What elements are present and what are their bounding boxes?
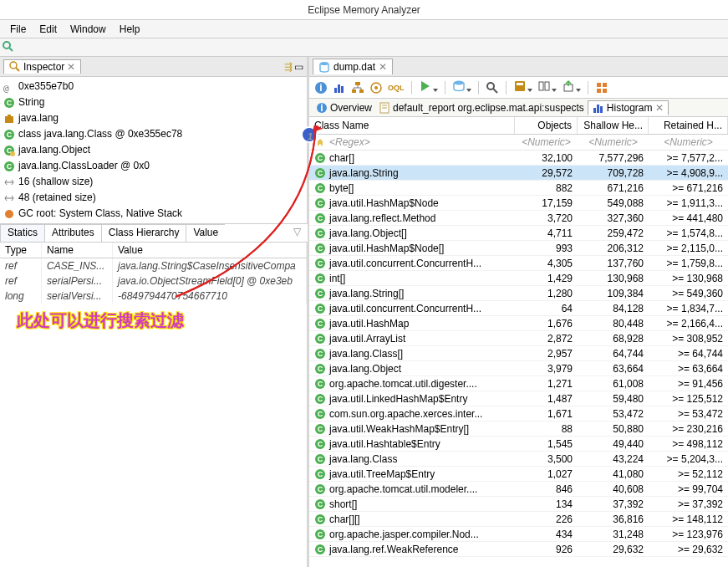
histogram-row[interactable]: Ccom.sun.org.apache.xerces.inter...1,671… [309,406,728,421]
inspector-row[interactable]: 48 (retained size) [3,190,303,206]
col-shallow[interactable]: Shallow He... [578,117,649,134]
histogram-row[interactable]: Cbyte[]882671,216>= 671,216 [309,181,728,196]
histogram-row[interactable]: Cint[]1,429130,968>= 130,968 [309,271,728,286]
inspector-row[interactable]: Cjava.lang.ClassLoader @ 0x0 [3,158,303,174]
run-icon[interactable] [419,79,438,95]
close-icon[interactable]: ✕ [379,61,387,73]
filter-regex[interactable]: <Regex> [329,136,370,148]
shallow-cell: 84,128 [578,301,649,315]
histogram-row[interactable]: Cjava.util.HashMap1,67680,448>= 2,166,4.… [309,316,728,331]
inspector-row[interactable]: @0xe355e7b0 [3,79,303,94]
filter-row[interactable]: 1 <Regex> <Numeric> <Numeric> <Numeric> [309,135,728,151]
objects-cell: 134 [515,497,578,511]
inspector-tab[interactable]: Inspector ✕ [3,59,81,74]
menu-help[interactable]: Help [113,23,147,35]
histogram-row[interactable]: Corg.apache.jasper.compiler.Nod...43431,… [309,527,728,542]
tab-value[interactable]: Value [186,224,226,242]
inspector-row[interactable]: GC root: System Class, Native Stack [3,206,303,222]
filter-retained[interactable]: <Numeric> [649,135,728,150]
histogram-row[interactable]: Cchar[]32,1007,577,296>= 7,577,2... [309,151,728,166]
threads-icon[interactable] [369,81,383,94]
shallow-cell: 50,880 [578,421,649,436]
filter-shallow[interactable]: <Numeric> [578,135,649,150]
svg-text:C: C [318,335,323,343]
histogram-row[interactable]: Cjava.lang.String[]1,280109,384>= 549,36… [309,286,728,301]
histogram-row[interactable]: Corg.apache.tomcat.util.digester....1,27… [309,376,728,391]
col-objects[interactable]: Objects [515,117,578,134]
svg-text:C: C [318,470,323,478]
property-row[interactable]: refCASE_INS...java.lang.String$CaseInsen… [0,258,307,273]
inspector-row[interactable]: CString [3,94,303,110]
overview-label: Overview [330,102,372,114]
col-type[interactable]: Type [0,243,42,258]
query-icon[interactable] [452,79,471,95]
inspector-row[interactable]: Cjava.lang.Object [3,142,303,158]
retained-cell: >= 125,512 [649,391,728,406]
oql-icon[interactable]: OQL [388,84,405,92]
col-value[interactable]: Value [113,243,307,258]
histogram-row[interactable]: Cjava.util.concurrent.ConcurrentH...4,30… [309,256,728,271]
crumb-histogram[interactable]: Histogram ✕ [588,100,669,115]
close-icon[interactable]: ✕ [67,61,75,73]
histogram-icon [593,102,604,114]
histogram-row[interactable]: Cchar[][]22636,816>= 148,112 [309,512,728,527]
histogram-row[interactable]: Cjava.lang.Object3,97963,664>= 63,664 [309,361,728,376]
tree-icon[interactable] [351,81,364,94]
info-icon[interactable]: i [314,81,328,94]
objects-cell: 3,500 [515,452,578,466]
filter-objects[interactable]: <Numeric> [515,135,578,150]
class-name-cell: java.util.ArrayList [329,333,405,345]
histogram-row[interactable]: Cshort[]13437,392>= 37,392 [309,497,728,512]
histogram-row[interactable]: Cjava.lang.Object[]4,711259,472>= 1,574,… [309,226,728,241]
find-icon[interactable] [486,81,499,94]
histogram-row[interactable]: Cjava.lang.Class3,50043,224>= 5,204,3... [309,452,728,467]
menu-edit[interactable]: Edit [33,23,64,35]
editor-tab[interactable]: dump.dat ✕ [313,59,393,74]
property-row[interactable]: refserialPersi...java.io.ObjectStreamFie… [0,273,307,289]
tab-attributes[interactable]: Attributes [44,224,102,242]
col-class-name[interactable]: Class Name [309,117,515,134]
close-icon[interactable]: ✕ [655,102,664,114]
svg-text:C: C [318,259,323,268]
histogram-row[interactable]: Corg.apache.tomcat.util.modeler....84640… [309,482,728,497]
col-name[interactable]: Name [42,243,113,258]
histogram-row[interactable]: Cjava.util.ArrayList2,87268,928>= 308,95… [309,331,728,346]
histogram-row[interactable]: Cjava.util.LinkedHashMap$Entry1,48759,48… [309,391,728,406]
col-retained[interactable]: Retained H... [649,117,728,134]
histogram-row[interactable]: Cjava.util.HashMap$Node17,159549,088>= 1… [309,196,728,211]
reports-icon[interactable] [595,81,608,94]
view-menu-icon[interactable]: ▽ [287,224,308,242]
minimize-icon[interactable]: ▭ [294,61,303,73]
tab-statics[interactable]: Statics [0,224,45,242]
calc-icon[interactable] [513,79,532,95]
histogram-row[interactable]: Cjava.util.HashMap$Node[]993206,312>= 2,… [309,241,728,256]
tab-class-hierarchy[interactable]: Class Hierarchy [101,224,187,242]
histogram-row[interactable]: Cjava.lang.String29,572709,728>= 4,908,9… [309,166,728,181]
export-icon[interactable] [562,79,581,95]
inspector-row[interactable]: 16 (shallow size) [3,174,303,190]
histogram-icon[interactable] [333,81,346,94]
histogram-body[interactable]: Cchar[]32,1007,577,296>= 7,577,2...Cjava… [309,151,728,567]
histogram-row[interactable]: Cjava.lang.reflect.Method3,720327,360>= … [309,211,728,226]
pin-icon[interactable]: ⇶ [284,61,293,73]
svg-text:C: C [318,425,323,433]
inspector-row[interactable]: java.lang [3,110,303,126]
histogram-row[interactable]: Cjava.util.WeakHashMap$Entry[]8850,880>=… [309,421,728,437]
histogram-row[interactable]: Cjava.util.Hashtable$Entry1,54549,440>= … [309,437,728,452]
search-icon[interactable] [2,40,15,54]
class-name-cell: org.apache.tomcat.util.digester.... [329,378,477,390]
inspector-row[interactable]: Cclass java.lang.Class @ 0xe355ec78 [3,126,303,142]
property-row[interactable]: longserialVersi...-6849794470754667710 [0,289,307,304]
histogram-row[interactable]: Cjava.lang.Class[]2,95764,744>= 64,744 [309,346,728,361]
histogram-row[interactable]: Cjava.util.TreeMap$Entry1,02741,080>= 52… [309,467,728,482]
class-icon: C [314,438,326,450]
class-icon: C [314,408,326,420]
menu-file[interactable]: File [3,23,33,35]
histogram-row[interactable]: Cjava.util.concurrent.ConcurrentH...6484… [309,301,728,316]
crumb-overview[interactable]: i Overview [313,102,375,114]
histogram-row[interactable]: Cjava.lang.ref.WeakReference92629,632>= … [309,542,728,557]
crumb-report[interactable]: default_report org.eclipse.mat.api:suspe… [375,102,588,114]
compare-icon[interactable] [537,79,557,95]
menu-window[interactable]: Window [64,23,113,35]
shallow-cell: 31,248 [578,527,649,541]
